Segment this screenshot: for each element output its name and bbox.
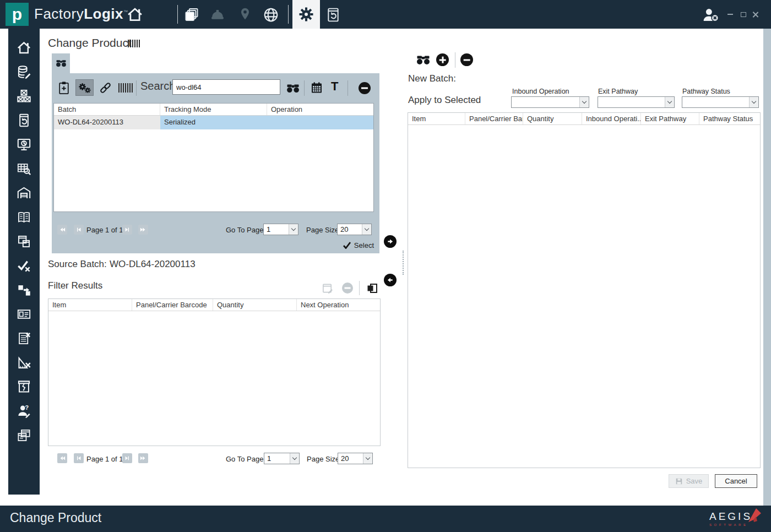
chevron-down-icon xyxy=(289,224,298,235)
tab-batch-search[interactable] xyxy=(52,53,70,73)
close-button[interactable] xyxy=(751,10,760,18)
column-header-quantity[interactable]: Quantity xyxy=(523,113,582,124)
pager-next-button[interactable] xyxy=(122,453,132,463)
sidebar-item-browser-windows[interactable] xyxy=(8,423,40,447)
binoculars-icon[interactable] xyxy=(416,55,431,66)
note-edit-icon xyxy=(321,282,334,295)
toolbar-divider xyxy=(136,80,137,96)
gears-button-active[interactable] xyxy=(75,79,94,96)
save-button[interactable]: Save xyxy=(669,474,709,488)
sidebar-item-user-question[interactable]: ? xyxy=(8,399,40,423)
batch-table-header: Batch Tracking Mode Operation xyxy=(54,104,373,116)
statusbar-title: Change Product xyxy=(10,511,101,525)
minimize-button[interactable] xyxy=(726,10,735,18)
remove-icon[interactable] xyxy=(460,53,473,66)
location-pin-icon[interactable] xyxy=(238,6,252,21)
sidebar-item-damaged-box[interactable] xyxy=(8,374,40,399)
pathway-status-select[interactable] xyxy=(682,96,759,108)
cancel-button[interactable]: Cancel xyxy=(715,474,757,488)
column-header-panel-carrier-barcode[interactable]: Panel/Carrier Bar... xyxy=(465,113,523,124)
page-size-select[interactable]: 20 xyxy=(337,224,372,235)
sidebar-item-home[interactable] xyxy=(8,35,40,59)
exit-pathway-select[interactable] xyxy=(598,96,675,108)
home-icon[interactable] xyxy=(127,6,143,23)
column-header-item[interactable]: Item xyxy=(48,299,132,311)
home-icon xyxy=(17,40,31,55)
clipboard-add-icon[interactable] xyxy=(58,80,70,95)
sidebar-item-dashboard[interactable] xyxy=(8,132,40,156)
ruler-remove-icon xyxy=(17,355,31,370)
pager-first-button[interactable] xyxy=(57,453,67,463)
table-row[interactable]: WO-DL64-20200113 Serialized xyxy=(54,116,373,129)
text-tool-icon[interactable]: T xyxy=(331,79,338,94)
maximize-button[interactable] xyxy=(739,10,748,18)
pager-page-label: Page 1 of 1 xyxy=(86,455,123,463)
column-header-operation[interactable]: Operation xyxy=(267,104,373,115)
settings-tab-active[interactable] xyxy=(292,0,320,29)
search-input[interactable] xyxy=(172,79,280,95)
pager-last-button[interactable] xyxy=(138,453,148,463)
sidebar-item-transfer[interactable] xyxy=(8,278,40,302)
pager-prev-button[interactable] xyxy=(74,453,84,463)
goto-page-label: Go To Page xyxy=(226,226,263,234)
pager-first-button[interactable] xyxy=(57,225,67,235)
sidebar-item-id-card[interactable] xyxy=(8,302,40,326)
pager-prev-button[interactable] xyxy=(74,225,84,235)
move-right-button[interactable] xyxy=(384,235,397,248)
sidebar-item-materials[interactable] xyxy=(8,84,40,108)
binoculars-icon xyxy=(56,59,67,68)
binoculars-icon[interactable] xyxy=(286,83,300,94)
sidebar: ? xyxy=(8,29,40,495)
titlebar: p FactoryLogix™ xyxy=(0,0,771,29)
user-logout-icon[interactable] xyxy=(702,7,720,23)
overlay-squares-icon[interactable] xyxy=(366,281,379,295)
sidebar-item-data-edit[interactable] xyxy=(8,59,40,84)
id-card-icon xyxy=(17,307,31,322)
column-header-item[interactable]: Item xyxy=(408,113,465,124)
column-header-pathway-status[interactable]: Pathway Status xyxy=(699,113,760,124)
sidebar-item-device-restore[interactable] xyxy=(8,108,40,132)
column-header-panel-carrier-barcode[interactable]: Panel/Carrier Barcode xyxy=(132,299,213,311)
pager-next-button[interactable] xyxy=(122,225,132,235)
batch-table: Batch Tracking Mode Operation WO-DL64-20… xyxy=(53,103,374,212)
sidebar-item-ruler-remove[interactable] xyxy=(8,350,40,374)
column-header-exit-pathway[interactable]: Exit Pathway xyxy=(641,113,699,124)
sidebar-item-documentation[interactable] xyxy=(8,205,40,229)
globe-icon[interactable] xyxy=(263,7,279,23)
select-button[interactable]: Select xyxy=(0,241,374,251)
device-restore-icon xyxy=(17,113,31,128)
column-header-inbound-operation[interactable]: Inbound Operati... xyxy=(582,113,641,124)
page-size-select[interactable]: 20 xyxy=(338,453,373,464)
link-icon[interactable] xyxy=(99,81,112,95)
column-header-quantity[interactable]: Quantity xyxy=(213,299,297,311)
sidebar-item-verify-cancel[interactable] xyxy=(8,253,40,278)
toolbar-divider xyxy=(455,52,455,68)
goto-page-select[interactable]: 1 xyxy=(263,224,298,235)
column-header-next-operation[interactable]: Next Operation xyxy=(297,299,380,311)
sidebar-item-table-search[interactable] xyxy=(8,156,40,181)
chevron-down-icon xyxy=(665,97,674,107)
crates-icon xyxy=(17,89,31,104)
pager-last-button[interactable] xyxy=(138,225,148,235)
new-batch-table-header: Item Panel/Carrier Bar... Quantity Inbou… xyxy=(408,113,760,125)
device-sync-icon[interactable] xyxy=(326,7,340,23)
hardhat-icon[interactable] xyxy=(210,7,225,23)
close-icon xyxy=(752,11,759,18)
remove-icon[interactable] xyxy=(359,82,371,94)
sidebar-item-list-remove[interactable] xyxy=(8,326,40,350)
barcode-icon[interactable] xyxy=(118,83,133,93)
goto-page-select[interactable]: 1 xyxy=(264,453,300,464)
svg-text:?: ? xyxy=(25,404,29,410)
cell-batch: WO-DL64-20200113 xyxy=(54,116,160,129)
add-icon[interactable] xyxy=(436,53,449,66)
toolbar-divider xyxy=(304,80,305,96)
browser-windows-icon xyxy=(17,428,31,443)
sidebar-item-warehouse[interactable] xyxy=(8,181,40,205)
panel-splitter[interactable] xyxy=(403,251,405,275)
column-header-batch[interactable]: Batch xyxy=(54,104,160,115)
move-left-button[interactable] xyxy=(384,274,397,286)
inbound-operation-select[interactable] xyxy=(511,96,589,108)
pages-icon[interactable] xyxy=(184,7,199,23)
column-header-tracking-mode[interactable]: Tracking Mode xyxy=(160,104,267,115)
calendar-icon[interactable] xyxy=(310,81,323,94)
